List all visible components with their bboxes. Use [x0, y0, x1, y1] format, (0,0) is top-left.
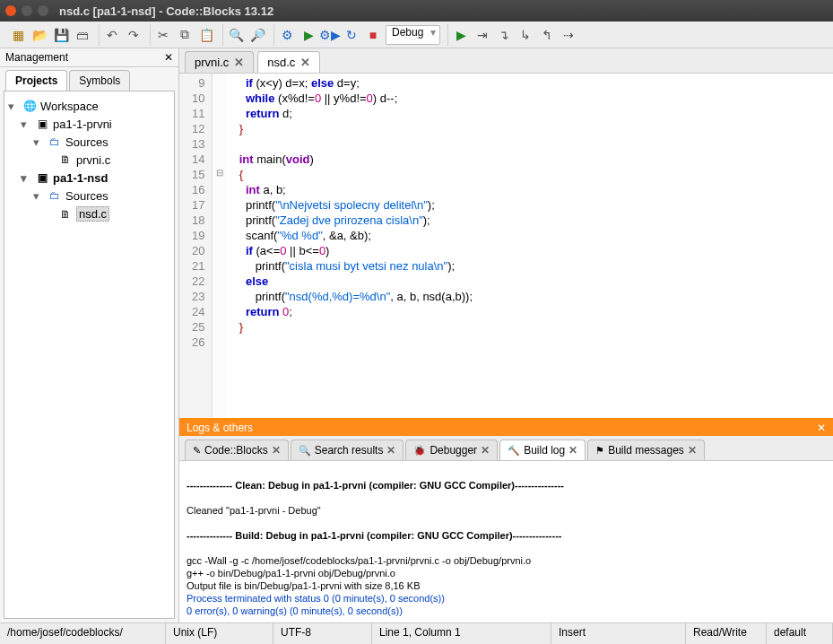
log-tab-code-blocks[interactable]: ✎Code::Blocks✕	[185, 439, 289, 460]
minimize-window-button[interactable]	[22, 5, 32, 16]
rebuild-button[interactable]: ↻	[343, 26, 360, 44]
code-editor[interactable]: 91011121314151617181920212223242526 ⊟ if…	[179, 74, 833, 420]
step-out-button[interactable]: ↰	[538, 26, 556, 44]
editor-tab-strip: prvni.c ✕ nsd.c ✕	[179, 48, 833, 74]
fold-column[interactable]: ⊟	[213, 74, 227, 418]
step-into-button[interactable]: ↳	[516, 26, 534, 44]
open-file-button[interactable]: 📂	[30, 26, 48, 44]
search-icon: 🔍	[299, 445, 311, 457]
redo-button[interactable]: ↷	[125, 26, 143, 44]
folder-node[interactable]: ▾🗀Sources	[8, 133, 170, 151]
status-readwrite: Read/Write	[686, 623, 767, 644]
editor-tab-label: prvni.c	[195, 56, 229, 69]
close-tab-button[interactable]: ✕	[272, 444, 281, 457]
copy-button[interactable]: ⧉	[176, 26, 194, 44]
close-tab-button[interactable]: ✕	[481, 444, 490, 457]
main-toolbar: ▦ 📂 💾 🗃 ↶ ↷ ✂ ⧉ 📋 🔍 🔎 ⚙ ▶ ⚙▶ ↻ ■ Debug ▶…	[0, 22, 833, 48]
run-button[interactable]: ▶	[299, 26, 317, 44]
run-to-cursor-button[interactable]: ⇥	[473, 26, 491, 44]
line-number-gutter: 91011121314151617181920212223242526	[179, 74, 213, 418]
paste-button[interactable]: 📋	[197, 26, 215, 44]
status-eol: Unix (LF)	[166, 623, 273, 644]
cut-button[interactable]: ✂	[154, 26, 172, 44]
build-log-output[interactable]: -------------- Clean: Debug in pa1-1-prv…	[179, 461, 833, 622]
management-panel: Management ✕ Projects Symbols ▾🌐Workspac…	[0, 48, 179, 622]
build-and-run-button[interactable]: ⚙▶	[321, 26, 339, 44]
find-replace-button[interactable]: 🔎	[248, 26, 266, 44]
file-node-selected[interactable]: 🗎nsd.c	[8, 205, 170, 223]
workspace-node[interactable]: ▾🌐Workspace	[8, 97, 170, 115]
project-node[interactable]: ▾▣pa1-1-prvni	[8, 115, 170, 133]
build-target-select[interactable]: Debug	[386, 25, 440, 45]
editor-tab-label: nsd.c	[267, 56, 295, 69]
close-tab-button[interactable]: ✕	[300, 56, 310, 69]
status-cursor-pos: Line 1, Column 1	[372, 623, 551, 644]
close-tab-button[interactable]: ✕	[568, 444, 577, 457]
close-tab-button[interactable]: ✕	[234, 56, 244, 69]
abort-button[interactable]: ■	[364, 26, 382, 44]
folder-node[interactable]: ▾🗀Sources	[8, 187, 170, 205]
save-all-button[interactable]: 🗃	[74, 26, 91, 44]
file-node[interactable]: 🗎prvni.c	[8, 151, 170, 169]
projects-tab[interactable]: Projects	[5, 70, 67, 91]
project-tree[interactable]: ▾🌐Workspace ▾▣pa1-1-prvni ▾🗀Sources 🗎prv…	[4, 91, 175, 619]
editor-tab-active[interactable]: nsd.c ✕	[257, 51, 320, 73]
bug-icon: 🐞	[413, 445, 426, 457]
status-highlight: default	[767, 623, 833, 644]
logs-tab-strip: ✎Code::Blocks✕🔍Search results✕🐞Debugger✕…	[179, 436, 833, 461]
management-title: Management	[5, 51, 68, 64]
new-file-button[interactable]: ▦	[9, 26, 27, 44]
find-button[interactable]: 🔍	[227, 26, 245, 44]
build-button[interactable]: ⚙	[278, 26, 296, 44]
window-title: nsd.c [pa1-1-nsd] - Code::Blocks 13.12	[59, 4, 273, 18]
log-tab-build-log[interactable]: 🔨Build log✕	[499, 439, 586, 460]
symbols-tab[interactable]: Symbols	[69, 70, 130, 91]
maximize-window-button[interactable]	[38, 5, 48, 16]
logs-panel-title: Logs & others	[187, 422, 253, 434]
debug-continue-button[interactable]: ▶	[452, 26, 470, 44]
logs-panel-header: Logs & others ✕	[179, 420, 833, 436]
flag-icon: ⚑	[595, 445, 604, 457]
log-tab-debugger[interactable]: 🐞Debugger✕	[405, 439, 498, 460]
editor-tab[interactable]: prvni.c ✕	[185, 51, 254, 73]
close-window-button[interactable]	[5, 5, 16, 16]
logs-close-button[interactable]: ✕	[817, 422, 826, 434]
close-tab-button[interactable]: ✕	[386, 444, 395, 457]
undo-button[interactable]: ↶	[103, 26, 121, 44]
save-button[interactable]: 💾	[52, 26, 70, 44]
log-tab-search-results[interactable]: 🔍Search results✕	[291, 439, 404, 460]
window-titlebar: nsd.c [pa1-1-nsd] - Code::Blocks 13.12	[0, 0, 833, 22]
hammer-icon: 🔨	[508, 445, 520, 457]
pencil-icon: ✎	[193, 445, 201, 457]
code-area[interactable]: if (x<y) d=x; else d=y; while (x%d!=0 ||…	[227, 74, 478, 418]
log-tab-build-messages[interactable]: ⚑Build messages✕	[587, 439, 705, 460]
close-tab-button[interactable]: ✕	[688, 444, 697, 457]
status-insert-mode: Insert	[551, 623, 686, 644]
status-path: /home/josef/codeblocks/	[0, 623, 166, 644]
management-close-button[interactable]: ✕	[164, 51, 173, 64]
status-bar: /home/josef/codeblocks/ Unix (LF) UTF-8 …	[0, 622, 833, 644]
next-line-button[interactable]: ↴	[495, 26, 513, 44]
project-node-active[interactable]: ▾▣pa1-1-nsd	[8, 169, 170, 187]
status-encoding: UTF-8	[273, 623, 372, 644]
next-instr-button[interactable]: ⇢	[560, 26, 577, 44]
